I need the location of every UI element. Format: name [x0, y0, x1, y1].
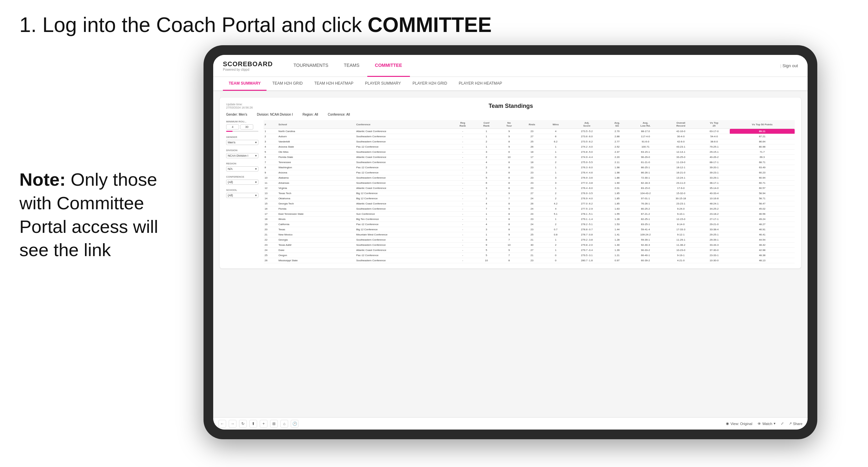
cell-school: Arkansas [278, 181, 355, 186]
share-btn[interactable]: ↗ Share [789, 422, 802, 426]
home-button[interactable]: ⌂ [280, 420, 288, 428]
chevron-down-icon: ▾ [255, 141, 257, 144]
cell-vs25: 38-6-0 [699, 139, 730, 144]
tab-player-h2h-heatmap[interactable]: PLAYER H2H HEATMAP [453, 76, 508, 91]
tab-team-h2h-heatmap[interactable]: TEAM H2H HEATMAP [309, 76, 359, 91]
table-row: 16 Florida Southeastern Conference - 7 9… [264, 206, 795, 212]
cell-avg-sg: 1.44 [606, 227, 628, 232]
sidebar-division-select[interactable]: NCAA Division I ▾ [226, 153, 258, 158]
expand-button[interactable]: ⤢ [781, 422, 784, 426]
col-conference: Conference [355, 120, 451, 129]
cell-school: Virginia [278, 186, 355, 191]
tab-button[interactable]: ⊞ [270, 420, 278, 428]
cell-rank: 4 [264, 144, 278, 150]
nav-tournaments[interactable]: TOURNAMENTS [285, 55, 336, 77]
col-pts: Vs Top 50 Points [730, 120, 795, 129]
cell-avg-sg: 0.97 [606, 258, 628, 263]
cell-rnds: 25 [520, 232, 544, 238]
nav-teams[interactable]: TEAMS [336, 55, 367, 77]
cell-pts : 80.98 [730, 144, 795, 150]
chevron-down-icon: ▾ [774, 422, 776, 426]
cell-school: North Carolina [278, 129, 355, 134]
cell-reg-rank: - [451, 227, 474, 232]
cell-school: Arizona State [278, 144, 355, 150]
tab-player-summary[interactable]: PLAYER SUMMARY [359, 76, 407, 91]
cell-conference: Sun Conference [355, 212, 451, 217]
cell-reg-rank: - [451, 243, 474, 248]
range-slider[interactable] [226, 131, 258, 132]
cell-adj-score: 273.6 -6.0 [567, 134, 606, 139]
table-row: 4 Arizona State Pac-12 Conference - 1 9 … [264, 144, 795, 150]
clock-button[interactable]: 🕐 [291, 420, 299, 428]
cell-pts : 60.71 [730, 181, 795, 186]
cell-conf-rank: 1 [474, 144, 498, 150]
cell-adj-score: 277.0 -3.8 [567, 181, 606, 186]
cell-conference: Big Ten Conference [355, 217, 451, 222]
table-row: 9 Arizona Pac-12 Conference - 3 8 23 1 2… [264, 170, 795, 175]
forward-button[interactable]: → [229, 420, 237, 428]
cell-rank: 10 [264, 175, 278, 181]
tab-team-h2h-grid[interactable]: TEAM H2H GRID [267, 76, 309, 91]
cell-rank: 15 [264, 201, 278, 206]
cell-school: Florida [278, 206, 355, 212]
table-row: 26 Mississippi State Southeastern Confer… [264, 258, 795, 263]
cell-wins: 1 [544, 248, 567, 253]
nav-items: TOURNAMENTS TEAMS COMMITTEE [285, 55, 780, 77]
cell-no-tour: 9 [498, 129, 520, 134]
cell-vs25: 79-25-1 [699, 144, 730, 150]
cell-rank: 17 [264, 212, 278, 217]
cell-vs25: 35-14-0 [699, 186, 730, 191]
watch-button[interactable]: 👁 Watch ▾ [757, 422, 776, 426]
cell-conference: Atlantic Coast Conference [355, 129, 451, 134]
sign-out-button[interactable]: Sign out [780, 63, 798, 68]
cell-avg-low: 86-26-1 [628, 170, 663, 175]
cell-conf-rank: 4 [474, 160, 498, 165]
cell-adj-score: 279.5 -3.1 [567, 253, 606, 258]
cell-overall: 11-38-2 [663, 243, 699, 248]
logo-subtitle: Powered by clippd [223, 68, 273, 71]
data-table-wrapper: # School Conference RegRank ConfRank NoT… [264, 120, 795, 263]
filter-region: Region: All [302, 113, 318, 116]
sidebar-school-label: School [226, 189, 258, 191]
cell-reg-rank: - [451, 191, 474, 196]
cell-adj-score: 274.9 -4.4 [567, 155, 606, 160]
cell-conference: Atlantic Coast Conference [355, 248, 451, 253]
refresh-button[interactable]: ↻ [239, 420, 247, 428]
cell-no-tour: 9 [498, 134, 520, 139]
sidebar-gender-select[interactable]: Men's ▾ [226, 140, 258, 145]
cell-pts : 44.54 [730, 238, 795, 243]
nav-committee[interactable]: COMMITTEE [367, 55, 410, 77]
cell-vs25: 33-29-1 [699, 175, 730, 181]
cell-conference: Southeastern Conference [355, 243, 451, 248]
cell-overall: 9-10-1 [663, 212, 699, 217]
cell-wins: 1 [544, 165, 567, 170]
table-header-row: Update time: 27/03/2024 16:56:26 Team St… [226, 103, 795, 110]
cell-conf-rank: 9 [474, 243, 498, 248]
max-input[interactable]: 30 [240, 124, 253, 129]
sidebar-school-select[interactable]: (All) ▾ [226, 193, 258, 198]
share-button[interactable]: ⬆ [249, 420, 257, 428]
table-row: 10 Alabama Southeastern Conference - 5 8… [264, 175, 795, 181]
sidebar-conference: Conference (All) ▾ [226, 175, 258, 185]
cell-vs25: 48-24-1 [699, 201, 730, 206]
cell-avg-sg: 2.88 [606, 134, 628, 139]
cell-adj-score: 279.8 -2.0 [567, 243, 606, 248]
cell-no-tour: 8 [498, 201, 520, 206]
sidebar-region-select[interactable]: N/A ▾ [226, 166, 258, 172]
back-button[interactable]: ← [218, 420, 226, 428]
cell-rank: 1 [264, 129, 278, 134]
tab-team-summary[interactable]: TEAM SUMMARY [223, 76, 267, 91]
cell-no-tour: 7 [498, 253, 520, 258]
cell-avg-low: 82-25-1 [628, 217, 663, 222]
bookmark-button[interactable]: + [260, 420, 268, 428]
sidebar-conference-select[interactable]: (All) ▾ [226, 180, 258, 185]
cell-reg-rank: - [451, 175, 474, 181]
view-original-button[interactable]: ◉ View: Original [726, 422, 752, 426]
cell-wins: 2 [544, 243, 567, 248]
cell-wins: 4 [544, 129, 567, 134]
tab-player-h2h-grid[interactable]: PLAYER H2H GRID [407, 76, 453, 91]
cell-rnds: 30 [520, 243, 544, 248]
cell-school: Auburn [278, 134, 355, 139]
cell-vs25: 54-4-0 [699, 134, 730, 139]
min-input[interactable]: 4 [226, 124, 239, 129]
